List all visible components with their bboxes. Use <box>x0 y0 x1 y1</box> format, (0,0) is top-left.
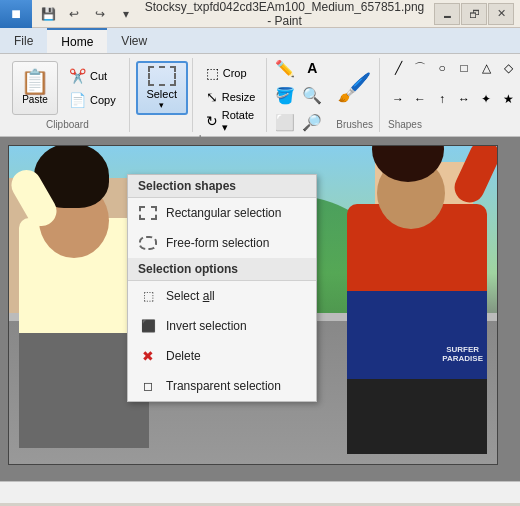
select-dropdown-arrow[interactable]: ▾ <box>159 100 164 110</box>
shape-arrow-4[interactable]: ↔ <box>454 89 474 109</box>
tab-home[interactable]: Home <box>47 28 107 53</box>
paste-icon: 📋 <box>20 70 50 94</box>
shape-triangle[interactable]: △ <box>476 58 496 78</box>
cut-label: Cut <box>90 70 107 82</box>
cut-copy-btns: ✂️ Cut 📄 Copy <box>62 65 123 111</box>
shape-arrow-right[interactable]: → <box>388 89 408 109</box>
resize-button[interactable]: ⤡ Resize <box>199 86 263 108</box>
brushes-label: Brushes <box>336 119 373 132</box>
select-group: Select ▾ <box>132 58 193 132</box>
copy-label: Copy <box>90 94 116 106</box>
cut-button[interactable]: ✂️ Cut <box>62 65 123 87</box>
select-all-icon: ⬚ <box>138 286 158 306</box>
image-group: ⬚ Crop ⤡ Resize ↻ Rotate ▾ Image <box>195 58 268 132</box>
rotate-icon: ↻ <box>206 113 218 129</box>
copy-button[interactable]: 📄 Copy <box>62 89 123 111</box>
freeform-label: Free-form selection <box>166 236 306 250</box>
select-all-label: Select all <box>166 289 306 303</box>
ribbon: File Home View 📋 Paste ✂️ Cut 📄 Co <box>0 28 520 137</box>
quick-access-dropdown[interactable]: ▾ <box>116 4 136 24</box>
status-bar <box>0 481 520 503</box>
rectangular-selection-item[interactable]: Rectangular selection <box>128 198 316 228</box>
rotate-label: Rotate ▾ <box>222 109 256 134</box>
eyedropper-tool[interactable]: 🔍 <box>300 83 324 107</box>
ribbon-body: 📋 Paste ✂️ Cut 📄 Copy Clipboard <box>0 54 520 136</box>
clipboard-label: Clipboard <box>46 119 89 132</box>
quick-access-bar: ■ 💾 ↩ ↪ ▾ Stocksy_txpfd042cd3EAm100_Medi… <box>0 0 520 28</box>
tab-file[interactable]: File <box>0 28 47 53</box>
select-label: Select <box>146 88 177 100</box>
clipboard-inner: 📋 Paste ✂️ Cut 📄 Copy <box>12 58 123 117</box>
shirt-text: SURFERPARADISE <box>442 345 483 364</box>
crop-button[interactable]: ⬚ Crop <box>199 62 263 84</box>
freeform-selection-item[interactable]: Free-form selection <box>128 228 316 258</box>
transparent-selection-item[interactable]: ◻ Transparent selection <box>128 371 316 401</box>
selection-dropdown: Selection shapes Rectangular selection F… <box>127 174 317 402</box>
select-button[interactable]: Select ▾ <box>136 61 188 115</box>
rect-sel-icon <box>138 203 158 223</box>
shape-star5[interactable]: ★ <box>498 89 518 109</box>
rectangular-label: Rectangular selection <box>166 206 306 220</box>
app-menu-button[interactable]: ■ <box>0 0 32 28</box>
shapes-group: ╱ ⌒ ○ □ △ ◇ ⬠ ⬡ → ← ↑ ↔ ✦ ★ 💬 ♡ Shapes <box>382 58 520 132</box>
shape-diamond[interactable]: ◇ <box>498 58 518 78</box>
brushes-group: 🖌️ Brushes <box>330 58 380 132</box>
text-tool[interactable]: A <box>300 56 324 80</box>
delete-label: Delete <box>166 349 306 363</box>
delete-icon: ✖ <box>138 346 158 366</box>
shape-line[interactable]: ╱ <box>388 58 408 78</box>
select-icon <box>148 66 176 86</box>
invert-icon: ⬛ <box>138 316 158 336</box>
paste-button[interactable]: 📋 Paste <box>12 61 58 115</box>
resize-label: Resize <box>222 91 256 103</box>
shapes-label: Shapes <box>388 119 520 132</box>
freeform-sel-icon <box>138 233 158 253</box>
tab-view[interactable]: View <box>107 28 161 53</box>
invert-label: Invert selection <box>166 319 306 333</box>
transparent-icon: ◻ <box>138 376 158 396</box>
invert-selection-item[interactable]: ⬛ Invert selection <box>128 311 316 341</box>
redo-quick-btn[interactable]: ↪ <box>90 4 110 24</box>
cut-icon: ✂️ <box>69 68 86 84</box>
pencil-tool[interactable]: ✏️ <box>273 56 297 80</box>
transparent-label: Transparent selection <box>166 379 306 393</box>
select-group-label <box>136 119 188 132</box>
tools-group: ✏️ A 🪣 🔍 ⬜ 🔎 <box>269 58 328 132</box>
fill-tool[interactable]: 🪣 <box>273 83 297 107</box>
shape-oval[interactable]: ○ <box>432 58 452 78</box>
paste-label: Paste <box>22 94 48 105</box>
resize-icon: ⤡ <box>206 89 218 105</box>
shapes-grid: ╱ ⌒ ○ □ △ ◇ ⬠ ⬡ → ← ↑ ↔ ✦ ★ 💬 ♡ <box>388 58 520 117</box>
rotate-button[interactable]: ↻ Rotate ▾ <box>199 110 263 132</box>
shape-arrow-up[interactable]: ↑ <box>432 89 452 109</box>
maximize-button[interactable]: 🗗 <box>461 3 487 25</box>
shape-curve[interactable]: ⌒ <box>410 58 430 78</box>
window-title: Stocksy_txpfd042cd3EAm100_Medium_657851.… <box>142 0 427 28</box>
eraser-tool[interactable]: ⬜ <box>273 110 297 134</box>
canvas-scroll[interactable]: SURFERPARADISE Selection shapes Rectangu… <box>0 137 520 481</box>
delete-item[interactable]: ✖ Delete <box>128 341 316 371</box>
shape-arrow-left[interactable]: ← <box>410 89 430 109</box>
select-all-item[interactable]: ⬚ Select all <box>128 281 316 311</box>
copy-icon: 📄 <box>69 92 86 108</box>
undo-quick-btn[interactable]: ↩ <box>64 4 84 24</box>
crop-icon: ⬚ <box>206 65 219 81</box>
minimize-button[interactable]: 🗕 <box>434 3 460 25</box>
selection-options-header: Selection options <box>128 258 316 281</box>
save-quick-btn[interactable]: 💾 <box>38 4 58 24</box>
shape-rect[interactable]: □ <box>454 58 474 78</box>
clipboard-group: 📋 Paste ✂️ Cut 📄 Copy Clipboard <box>6 58 130 132</box>
selection-shapes-header: Selection shapes <box>128 175 316 198</box>
shape-star4[interactable]: ✦ <box>476 89 496 109</box>
main-area: SURFERPARADISE Selection shapes Rectangu… <box>0 137 520 481</box>
magnify-tool[interactable]: 🔎 <box>300 110 324 134</box>
canvas-image[interactable]: SURFERPARADISE Selection shapes Rectangu… <box>8 145 498 465</box>
person-right <box>347 164 487 454</box>
close-button[interactable]: ✕ <box>488 3 514 25</box>
window-controls: 🗕 🗗 ✕ <box>433 3 514 25</box>
ribbon-tabs: File Home View <box>0 28 520 54</box>
image-group-inner: ⬚ Crop ⤡ Resize ↻ Rotate ▾ <box>199 58 263 132</box>
crop-label: Crop <box>223 67 247 79</box>
brushes-button[interactable]: 🖌️ <box>337 74 372 102</box>
